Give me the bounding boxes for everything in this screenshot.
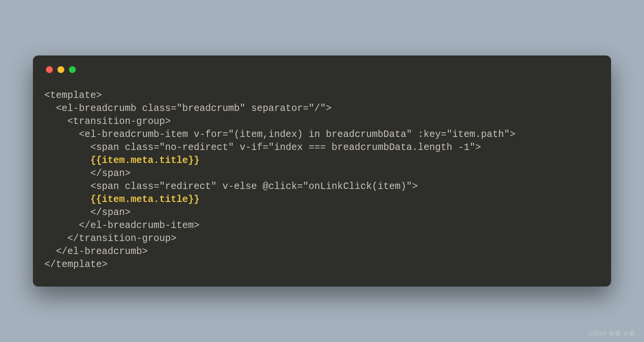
code-window: <template> <el-breadcrumb class="breadcr… [33, 55, 611, 287]
minimize-icon[interactable] [57, 66, 64, 73]
zoom-icon[interactable] [69, 66, 76, 73]
close-icon[interactable] [46, 66, 53, 73]
watermark-text: CSDN @派 大星. [589, 330, 637, 337]
window-traffic-lights [46, 66, 600, 73]
code-snippet: <template> <el-breadcrumb class="breadcr… [44, 89, 600, 271]
